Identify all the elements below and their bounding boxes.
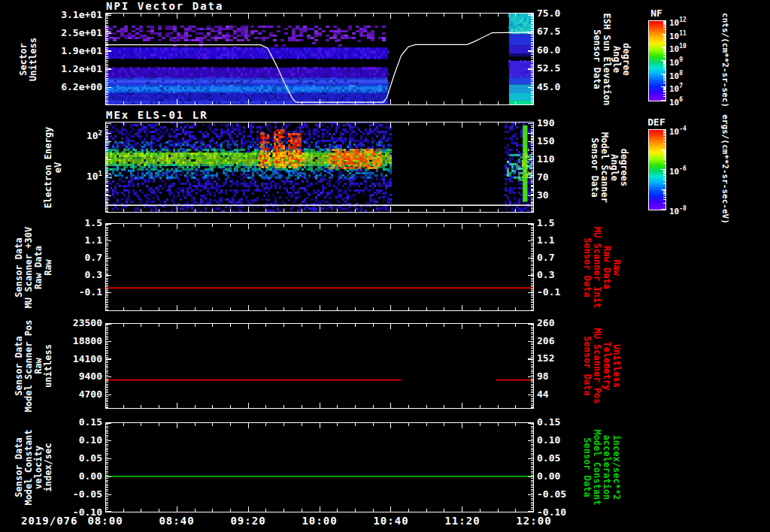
- colorbar-tick-mark: [663, 75, 665, 76]
- colorbar-tick-mark: [663, 23, 665, 23]
- panel-npi-spectrogram: [105, 13, 534, 105]
- colorbar-tick-mark: [663, 62, 665, 62]
- time-tick-label: 10:00: [293, 515, 346, 527]
- colorbar-nf-name: NF: [640, 8, 673, 19]
- colorbar-tick-mark: [663, 39, 665, 40]
- right-axis-tick-label: 44: [537, 389, 582, 400]
- colorbar-tick-mark: [663, 170, 665, 171]
- colorbar-tick-mark: [663, 83, 665, 83]
- colorbar-tick-mark: [663, 41, 665, 41]
- right-axis-tick-label: 0.10: [537, 435, 582, 446]
- colorbar-tick-mark: [663, 74, 665, 75]
- colorbar-tick-mark: [663, 88, 665, 89]
- right-axis-tick-label: 70: [537, 172, 582, 183]
- colorbar-tick-mark: [663, 62, 665, 63]
- colorbar-tick-mark: [663, 203, 665, 204]
- left-axis-tick-label: 0.15: [42, 417, 102, 428]
- time-tick-label: 09:20: [222, 515, 274, 527]
- axis-title: Raw Raw Data MU Scanner Init Sensor Data: [582, 225, 621, 310]
- colorbar-tick-mark: [663, 153, 665, 153]
- colorbar-tick-mark: [663, 64, 665, 65]
- tplot-stack-screen: NPI Vector Data MEx ELS-01 LR NF DEF 201…: [0, 0, 770, 532]
- colorbar-tick-mark: [663, 180, 665, 180]
- colorbar-tick-mark: [663, 23, 665, 24]
- colorbar-tick-mark: [663, 69, 665, 70]
- panel2-title: MEx ELS-01 LR: [106, 110, 208, 121]
- colorbar-tick-mark: [663, 130, 665, 131]
- right-axis-tick-label: 152: [537, 353, 582, 364]
- colorbar-tick-mark: [663, 199, 665, 200]
- right-axis-tick-label: 150: [537, 136, 582, 147]
- right-axis-tick-label: 67.5: [537, 26, 582, 37]
- colorbar-tick-mark: [663, 175, 665, 176]
- colorbar-tick-mark: [663, 61, 665, 62]
- colorbar-tick-mark: [663, 159, 665, 160]
- colorbar-tick-mark: [663, 87, 665, 88]
- colorbar-tick-mark: [663, 177, 665, 178]
- colorbar-tick-mark: [663, 150, 665, 151]
- colorbar-tick-mark: [663, 24, 665, 25]
- axis-title: Unitless Telemetry MU Scanner Pos Sensor…: [582, 326, 621, 406]
- time-tick-label: 10:40: [365, 515, 417, 527]
- colorbar-tick-mark: [663, 50, 665, 50]
- right-axis-tick-label: 190: [537, 118, 582, 128]
- colorbar-tick-label: 1011: [669, 29, 687, 41]
- right-axis-tick-label: 0.3: [537, 270, 582, 280]
- colorbar-tick-mark: [663, 63, 665, 64]
- colorbar-tick-mark: [663, 89, 665, 89]
- time-tick-label: 08:40: [150, 515, 203, 527]
- right-axis-tick-label: 0.00: [537, 471, 582, 482]
- colorbar-tick-mark: [663, 191, 665, 192]
- right-axis-tick-label: 98: [537, 371, 582, 382]
- colorbar-tick-label: 106: [669, 95, 683, 107]
- colorbar-tick-mark: [663, 131, 665, 132]
- colorbar-def-name: DEF: [640, 117, 673, 128]
- colorbar-tick-mark: [663, 197, 665, 198]
- colorbar-tick-mark: [663, 183, 665, 184]
- colorbar-tick-mark: [663, 21, 665, 22]
- time-tick-label: 12:00: [508, 515, 560, 527]
- right-axis-tick-label: 0.15: [537, 417, 582, 428]
- right-axis-tick-label: 0.05: [537, 453, 582, 464]
- colorbar-tick-label: 108: [669, 69, 683, 81]
- colorbar-tick-mark: [663, 37, 665, 38]
- right-axis-tick-label: 1.5: [537, 218, 582, 228]
- axis-title: Sensor Data Model Constant velocity inde…: [14, 428, 53, 507]
- right-axis-tick-label: 75.0: [537, 8, 582, 19]
- left-axis-tick-label: 2.5e+01: [42, 28, 102, 38]
- colorbar-tick-label: 107: [669, 82, 683, 94]
- right-axis-tick-label: 45.0: [537, 82, 582, 92]
- colorbar-tick-mark: [663, 49, 665, 50]
- right-axis-tick-label: 30: [537, 190, 582, 201]
- left-axis-tick-label: 1.9e+01: [42, 46, 102, 56]
- colorbar-tick-label: 10-8: [669, 204, 687, 216]
- colorbar-tick-mark: [663, 29, 665, 30]
- colorbar-tick-mark: [663, 26, 665, 26]
- colorbar-tick-mark: [663, 96, 665, 97]
- colorbar-tick-mark: [663, 171, 665, 172]
- time-tick-label: 08:00: [79, 515, 132, 527]
- axis-title: Sensor Data Model Scanner Pos Raw unitle…: [14, 318, 53, 414]
- colorbar-tick-mark: [663, 38, 665, 38]
- right-axis-tick-label: 60.0: [537, 45, 582, 56]
- colorbar-tick-mark: [663, 195, 665, 195]
- colorbar-tick-mark: [663, 172, 665, 173]
- axis-title: Sensor Data MU Scanner +30V Raw Data Raw: [14, 225, 53, 310]
- colorbar-tick-mark: [663, 35, 665, 36]
- colorbar-tick-mark: [663, 135, 665, 136]
- colorbar-tick-mark: [663, 77, 665, 77]
- left-axis-tick-label: 6.2e+00: [42, 82, 102, 92]
- axis-title: incex/sec**2 acceleration Model Constant…: [582, 428, 621, 507]
- colorbar-unit-label: ergs/(cm**2-sr-sec-eV): [720, 112, 729, 225]
- right-axis-tick-label: 52.5: [537, 63, 582, 74]
- right-axis-tick-label: -0.05: [537, 489, 582, 500]
- colorbar-tick-mark: [663, 74, 665, 74]
- right-axis-tick-label: 110: [537, 154, 582, 165]
- colorbar-tick-mark: [663, 153, 665, 154]
- right-axis-tick-label: -0.1: [537, 287, 582, 298]
- panel1-title: NPI Vector Data: [106, 1, 223, 12]
- colorbar-tick-mark: [663, 65, 665, 66]
- left-axis-tick-label: 1.2e+01: [42, 64, 102, 74]
- colorbar-tick-mark: [663, 22, 665, 23]
- colorbar-tick-mark: [663, 47, 665, 48]
